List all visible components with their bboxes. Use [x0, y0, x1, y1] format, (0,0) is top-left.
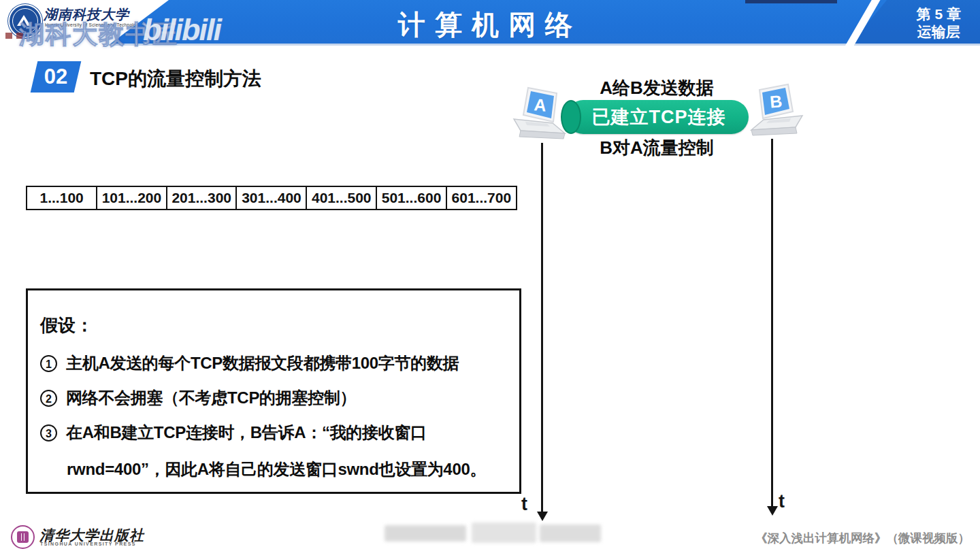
assumption-item: 1 主机A发送的每个TCP数据报文段都携带100字节的数据 [40, 352, 508, 374]
chapter-name: 运输层 [917, 23, 961, 41]
assumptions-heading: 假设： [40, 314, 508, 337]
blur-segment [472, 522, 536, 543]
circled-number-icon: 3 [40, 424, 57, 441]
circled-number-icon: 2 [40, 390, 57, 407]
circled-number-icon: 1 [40, 355, 57, 372]
book-reference: 《深入浅出计算机网络》（微课视频版） [755, 530, 970, 546]
publisher-name-en: TSINGHUA UNIVERSITY PRESS [40, 541, 136, 546]
segment-cell: 501...600 [376, 186, 447, 210]
assumption-text: 在A和B建立TCP连接时，B告诉A：“我的接收窗口 [66, 422, 427, 444]
time-axis-label-a: t [521, 494, 527, 515]
assumption-text: 主机A发送的每个TCP数据报文段都携带100字节的数据 [66, 352, 459, 374]
chapter-badge: 第 5 章 运输层 [917, 5, 961, 41]
assumption-item: 3 在A和B建立TCP连接时，B告诉A：“我的接收窗口 [40, 422, 508, 444]
assumption-text: 网络不会拥塞（不考虑TCP的拥塞控制） [66, 387, 356, 409]
blur-segment [540, 524, 601, 542]
segment-cell: 601...700 [446, 186, 517, 210]
timeline-a [541, 143, 543, 512]
host-b-laptop-icon: B [742, 82, 804, 144]
flow-label-top: A给B发送数据 [584, 76, 730, 100]
publisher-seal-detail [19, 533, 27, 541]
tcp-connection-label: 已建立TCP连接 [576, 100, 742, 134]
segment-cell: 101...200 [96, 186, 167, 210]
bilibili-logo: bilibili [143, 12, 220, 48]
section-number: 02 [34, 61, 78, 93]
chapter-number: 第 5 章 [917, 5, 961, 23]
timeline-b [771, 139, 773, 506]
time-axis-label-b: t [779, 491, 785, 512]
host-a-laptop-icon: A [512, 86, 574, 147]
section-title: TCP的流量控制方法 [90, 66, 261, 92]
flow-label-bottom: B对A流量控制 [584, 136, 730, 160]
publisher-logo-icon [11, 525, 35, 549]
assumption-item: 2 网络不会拥塞（不考虑TCP的拥塞控制） [40, 387, 508, 409]
segment-cell: 301...400 [235, 186, 307, 210]
segment-table: 1...100 101...200 201...300 301...400 40… [26, 186, 517, 210]
blurred-watermark [385, 522, 601, 544]
timeline-a-arrowhead-icon [537, 512, 548, 521]
slide: 计算机网络 第 5 章 运输层 湖南科技大学 Hunan University … [0, 0, 980, 551]
header-navy-strip [745, 0, 837, 3]
course-title: 计算机网络 [398, 6, 582, 44]
assumption-text-continuation: rwnd=400”，因此A将自己的发送窗口swnd也设置为400。 [67, 458, 508, 480]
blur-segment [385, 525, 466, 541]
segment-cell: 1...100 [26, 186, 97, 210]
segment-cell: 401...500 [306, 186, 377, 210]
host-b-label: B [769, 91, 783, 111]
assumptions-box: 假设： 1 主机A发送的每个TCP数据报文段都携带100字节的数据 2 网络不会… [26, 288, 521, 494]
timeline-b-arrowhead-icon [767, 506, 778, 516]
segment-cell: 201...300 [166, 186, 238, 210]
section-number-badge: 02 [31, 61, 82, 93]
host-a-label: A [534, 95, 547, 114]
